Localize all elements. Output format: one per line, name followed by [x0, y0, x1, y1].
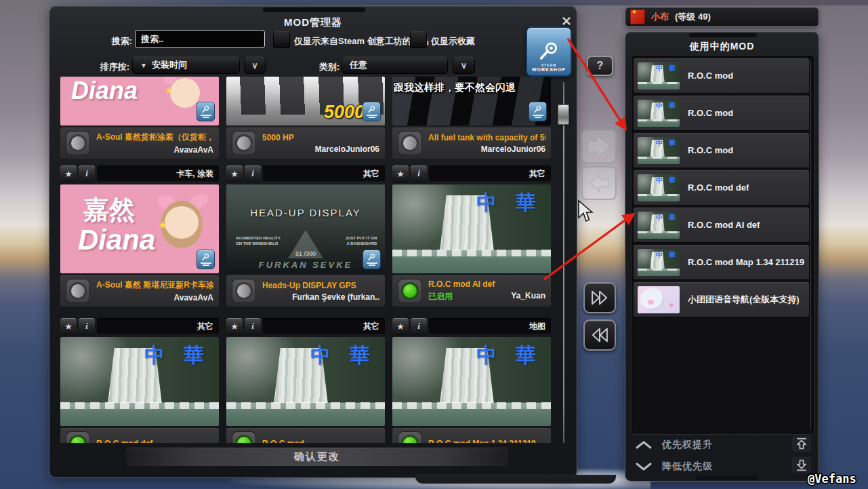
workshop-label-line2: WORKSHOP: [532, 67, 566, 72]
info-icon: i: [417, 168, 420, 179]
favorite-star-button[interactable]: ★: [60, 318, 77, 334]
favorite-star-button[interactable]: ★: [60, 165, 77, 182]
chevron-up-icon: [635, 440, 653, 450]
priority-down-button[interactable]: 降低优先级: [635, 458, 713, 475]
enable-indicator[interactable]: [398, 279, 422, 303]
active-mod-item[interactable]: 中 華 R.O.C mod AI def: [634, 208, 809, 242]
help-button[interactable]: ?: [587, 56, 613, 76]
mod-card[interactable]: ★ i 其它 中 華 R.O.C mod: [226, 318, 385, 443]
mod-thumbnail[interactable]: 中 華: [392, 337, 551, 426]
enable-indicator[interactable]: [232, 431, 256, 443]
mod-thumbnail[interactable]: Diana ★: [60, 77, 219, 125]
enabled-status: 已启用: [428, 291, 453, 302]
help-icon: ?: [597, 60, 604, 72]
category-badge: 地图: [429, 318, 551, 334]
move-to-top-button[interactable]: [792, 436, 811, 452]
enable-indicator[interactable]: [398, 131, 422, 155]
steam-workshop-icon: [537, 40, 560, 63]
enable-indicator[interactable]: [66, 279, 90, 303]
category-dropdown[interactable]: 任意: [342, 56, 448, 74]
mod-title: Heads-Up DISPLAY GPS: [262, 281, 379, 290]
active-mod-item[interactable]: 中 華 R.O.C mod def: [634, 170, 809, 205]
grid-scrollbar-track[interactable]: [563, 82, 564, 443]
mod-thumbnail[interactable]: 中 華: [392, 184, 551, 273]
mod-card[interactable]: 5000 5000 HP MarceloJunior06: [226, 77, 385, 159]
mod-card[interactable]: ★ i 地图 中 華 R.O.C mod Map 1.34 211219: [392, 318, 551, 443]
user-level: (等级 49): [675, 11, 711, 23]
steam-workshop-filter-checkbox[interactable]: [273, 31, 290, 48]
category-badge: 其它: [263, 318, 385, 334]
active-mod-item[interactable]: 中 華 R.O.C mod: [634, 133, 809, 168]
steam-workshop-badge: [363, 250, 381, 269]
list-scrollbar-track[interactable]: [810, 60, 811, 429]
enable-indicator[interactable]: [398, 431, 422, 443]
active-mod-item[interactable]: 中 華 R.O.C mod Map 1.34 211219: [634, 245, 809, 279]
mod-card[interactable]: ★ i 其它 中 華 R.O.C mod def: [60, 318, 219, 443]
category-badge: 其它: [263, 165, 385, 182]
active-mod-item[interactable]: 中 華 R.O.C mod: [634, 58, 809, 93]
mod-thumbnail[interactable]: 中 華: [226, 337, 385, 426]
mod-card[interactable]: ★ i 卡车, 涂装 嘉然 Diana ★: [60, 165, 219, 307]
hud-left-text: AUGMENTED REALITY ON THE WINDSHIELD: [236, 235, 281, 247]
window-title: MOD管理器: [49, 16, 577, 29]
mod-thumbnail[interactable]: HEAD-UP DISPLAY AUGMENTED REALITY ON THE…: [226, 184, 385, 273]
search-input[interactable]: [135, 30, 265, 48]
info-button[interactable]: i: [411, 165, 427, 182]
mod-card[interactable]: ★ i 其它 HEAD-UP DISPLAY AUGMENTED REALITY…: [226, 165, 385, 307]
mod-thumbnail: 中 華: [638, 212, 680, 239]
info-button[interactable]: i: [245, 318, 261, 334]
enable-indicator[interactable]: [232, 131, 256, 155]
favorite-star-button[interactable]: ★: [226, 165, 243, 182]
rewind-icon: [589, 326, 611, 345]
mod-thumbnail: 中 華: [638, 174, 680, 201]
steam-filter-label: 仅显示来自Steam 创意工坊的物品: [294, 35, 429, 47]
category-dropdown-chevron[interactable]: ∨: [453, 56, 475, 74]
move-left-button[interactable]: [581, 166, 617, 200]
priority-up-button[interactable]: 优先权提升: [635, 437, 713, 453]
mod-thumbnail[interactable]: 5000: [226, 77, 385, 125]
active-mod-item[interactable]: 中 華 R.O.C mod: [634, 96, 809, 130]
window-bottom-tab: [415, 475, 616, 484]
info-button[interactable]: i: [411, 318, 427, 334]
mod-thumbnail: 中 華: [638, 62, 680, 90]
mod-thumbnail[interactable]: 中 華: [60, 337, 219, 426]
favorites-filter-label: 仅显示收藏: [431, 35, 475, 47]
active-mod-item[interactable]: ♥ 小团团语音导航(全版本支持): [634, 282, 809, 317]
mod-title: A-Soul 嘉然货柜涂装（仅货柜，适用于scs..: [96, 132, 213, 143]
disable-all-button[interactable]: [583, 319, 616, 351]
mod-author: MarceloJunior06: [481, 144, 545, 154]
favorites-filter-checkbox[interactable]: [410, 31, 427, 48]
search-label: 搜索:: [90, 35, 132, 47]
steam-workshop-badge: [529, 102, 547, 121]
favorite-star-button[interactable]: ★: [392, 318, 409, 334]
favorite-star-button[interactable]: ★: [392, 165, 409, 182]
grid-scrollbar-thumb[interactable]: [558, 104, 569, 125]
steam-workshop-badge: [197, 102, 215, 121]
star-icon: ★: [396, 321, 405, 332]
chevron-down-icon: [635, 462, 653, 471]
arrow-left-icon: [585, 171, 613, 195]
info-button[interactable]: i: [79, 165, 95, 182]
enable-indicator[interactable]: [66, 131, 90, 155]
mod-thumbnail[interactable]: 嘉然 Diana ★: [60, 184, 219, 273]
mod-card[interactable]: Diana ★ A-So: [60, 77, 219, 159]
sort-dropdown[interactable]: ▼ 安装时间: [132, 56, 240, 74]
mod-manager-window: MOD管理器 ✕ 搜索: 仅显示来自Steam 创意工坊的物品 仅显示收藏 排序…: [49, 5, 577, 478]
favorite-star-button[interactable]: ★: [226, 318, 243, 334]
priority-up-label: 优先权提升: [662, 439, 713, 451]
user-profile-bar[interactable]: ★ 小布 (等级 49): [625, 7, 819, 27]
sort-dropdown-chevron[interactable]: ∨: [244, 56, 266, 74]
enable-indicator[interactable]: [66, 431, 90, 443]
info-button[interactable]: i: [79, 318, 95, 334]
active-mod-label: R.O.C mod Map 1.34 211219: [688, 257, 804, 267]
confirm-changes-button[interactable]: 确认更改: [126, 448, 508, 466]
enable-indicator[interactable]: [232, 279, 256, 303]
info-button[interactable]: i: [245, 165, 261, 182]
steam-workshop-button[interactable]: STEAM WORKSHOP: [526, 26, 572, 77]
mod-card[interactable]: ★ i 其它 中 華 R.O.C mod AI def: [392, 165, 551, 307]
enable-all-button[interactable]: [583, 282, 616, 313]
move-to-bottom-button[interactable]: [792, 457, 811, 473]
move-right-button[interactable]: [581, 130, 617, 163]
flag-star-icon: ★: [632, 8, 637, 15]
panel-bottom-tab: [696, 475, 758, 480]
